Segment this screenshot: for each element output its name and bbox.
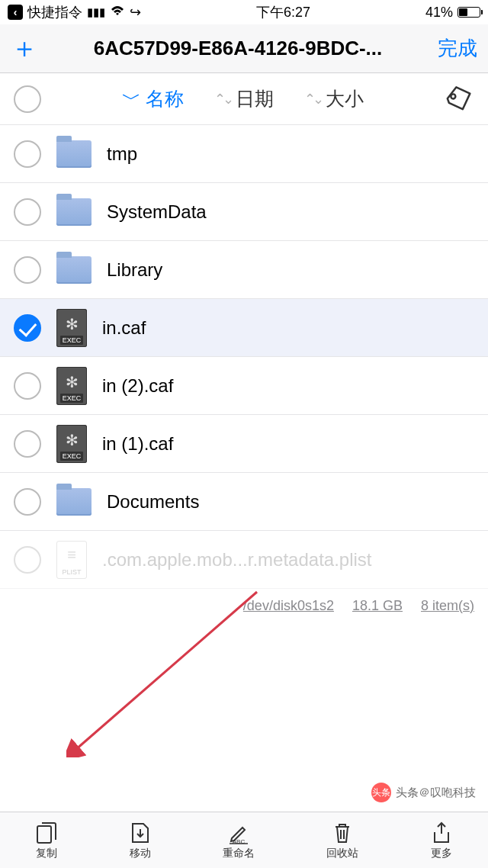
file-list: tmpSystemDataLibraryEXECin.cafEXECin (2)… [0,125,488,589]
status-bar: ‹ 快捷指令 ▮▮▮ ↪ 下午6:27 41% [0,0,488,24]
exec-file-icon: EXEC [56,425,87,463]
file-name: SystemData [107,201,207,223]
file-row[interactable]: EXECin (1).caf [0,415,488,473]
rename-icon: ABC [227,821,250,845]
copy-button[interactable]: 复制 [36,821,57,860]
battery-icon [458,7,480,18]
more-button[interactable]: 更多 [431,821,452,860]
row-checkbox[interactable] [14,198,41,226]
row-checkbox[interactable] [14,372,41,400]
back-app-label: 快捷指令 [27,3,82,21]
disk-path[interactable]: /dev/disk0s1s2 [243,598,334,614]
file-name: in (1).caf [102,433,173,455]
wifi-icon [110,5,125,21]
share-indicator-icon: ↪ [130,4,141,21]
file-name: Library [107,259,162,281]
folder-icon [56,488,92,516]
file-name: in (2).caf [102,375,173,397]
folder-icon [56,256,92,284]
file-row[interactable]: PLIST.com.apple.mob...r.metadata.plist [0,531,488,589]
file-row[interactable]: tmp [0,125,488,183]
watermark: 头条 头条＠叹咆科技 [371,783,476,802]
file-row[interactable]: Documents [0,473,488,531]
file-row[interactable]: Library [0,241,488,299]
sort-bar: ﹀ 名称 ⌃⌄ 日期 ⌃⌄ 大小 [0,73,488,125]
file-name: in.caf [102,317,146,339]
exec-file-icon: EXEC [56,367,87,405]
watermark-text: 头条＠叹咆科技 [396,786,476,800]
row-checkbox[interactable] [14,430,41,458]
item-count[interactable]: 8 item(s) [421,598,474,614]
add-button[interactable]: ＋ [11,30,38,67]
exec-file-icon: EXEC [56,309,87,347]
sort-arrows-icon: ⌃⌄ [304,91,321,108]
copy-icon [36,821,57,845]
file-row[interactable]: EXECin (2).caf [0,357,488,415]
trash-icon [332,821,352,845]
signal-icon: ▮▮▮ [87,5,105,19]
svg-rect-2 [37,826,51,843]
row-checkbox[interactable] [14,488,41,516]
back-icon[interactable]: ‹ [8,5,23,20]
sort-arrows-icon: ⌃⌄ [214,91,231,108]
file-name: Documents [107,491,199,513]
sort-by-size[interactable]: ⌃⌄ 大小 [304,86,364,111]
status-time: 下午6:27 [141,3,425,21]
page-title: 6AC57D99-E86A-4126-9BDC-... [38,37,438,60]
file-row[interactable]: EXECin.caf [0,299,488,357]
row-checkbox[interactable] [14,140,41,168]
bottom-toolbar: 复制 移动 ABC 重命名 回收站 更多 [0,812,488,868]
tag-icon[interactable] [439,79,478,118]
folder-icon [56,198,92,226]
move-button[interactable]: 移动 [130,821,151,860]
watermark-icon: 头条 [371,783,391,802]
info-bar: /dev/disk0s1s2 18.1 GB 8 item(s) [0,589,488,622]
share-icon [432,821,451,845]
sort-by-name[interactable]: ﹀ 名称 [122,86,184,111]
top-nav: ＋ 6AC57D99-E86A-4126-9BDC-... 完成 [0,24,488,73]
trash-button[interactable]: 回收站 [326,821,358,860]
sort-by-date[interactable]: ⌃⌄ 日期 [214,86,274,111]
plist-file-icon: PLIST [56,541,87,579]
move-icon [130,821,150,845]
disk-space[interactable]: 18.1 GB [352,598,403,614]
chevron-down-icon: ﹀ [122,86,141,111]
file-row[interactable]: SystemData [0,183,488,241]
file-name: tmp [107,143,137,165]
file-name: .com.apple.mob...r.metadata.plist [102,549,372,571]
battery-percent: 41% [425,5,453,21]
row-checkbox[interactable] [14,256,41,284]
folder-icon [56,140,92,168]
select-all-checkbox[interactable] [14,85,41,113]
svg-point-0 [450,93,456,99]
done-button[interactable]: 完成 [438,35,477,62]
row-checkbox[interactable] [14,314,41,342]
row-checkbox[interactable] [14,546,41,574]
rename-button[interactable]: ABC 重命名 [223,821,255,860]
